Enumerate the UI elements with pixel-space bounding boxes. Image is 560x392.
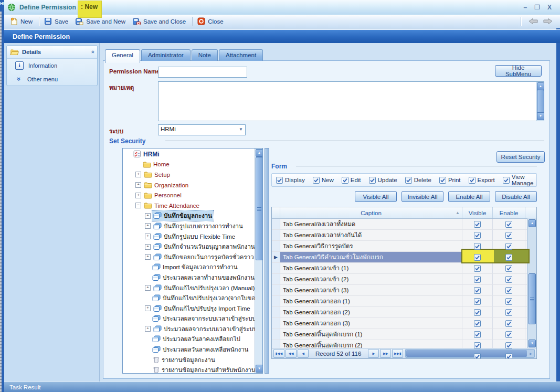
tree-item[interactable]: +Personnel xyxy=(123,190,254,200)
grid-column-enable[interactable]: Enable xyxy=(493,207,525,218)
grid-column-visible[interactable]: Visible xyxy=(462,207,493,218)
nav-next-button[interactable]: ▶ xyxy=(368,349,379,358)
tree-item[interactable]: −Time Attendance xyxy=(123,200,254,211)
nav-prev-button[interactable]: ◀ xyxy=(298,349,309,358)
tree-expander-plus[interactable]: + xyxy=(145,305,151,311)
checkbox-checked-icon[interactable] xyxy=(505,331,512,338)
maximize-button[interactable]: ❐ xyxy=(534,4,540,11)
checkbox-checked-icon[interactable] xyxy=(474,331,481,338)
scroll-right-icon[interactable]: ▶ xyxy=(528,350,534,357)
collapse-chevron-icon[interactable]: » xyxy=(89,50,96,54)
tree-expander-plus[interactable]: + xyxy=(145,223,151,229)
tree-item[interactable]: +บันทึกข้อมูลกะงาน xyxy=(123,211,254,221)
invisible-all-button[interactable]: Invisible All xyxy=(401,191,443,202)
nav-prev-page-button[interactable]: ◀◀ xyxy=(286,349,297,358)
table-row[interactable]: Tab General/เวลาเข้า (3) xyxy=(272,285,536,296)
tree-expander-plus[interactable]: + xyxy=(135,193,141,198)
tree-item[interactable]: +บันทึกแก้ไข/ปรับปรุง Import Time xyxy=(123,303,254,314)
checkbox-checked-icon[interactable] xyxy=(474,353,481,359)
tree-item[interactable]: รายงานข้อมูลกะงาน xyxy=(123,355,254,365)
tree-item[interactable]: +ประมวลผลจากระบบเวลาเข้าสู่ระบบเงิ... xyxy=(123,324,254,334)
table-row[interactable]: Tab General/สิ้นสุดพักเบรก (1) xyxy=(272,329,536,340)
disable-all-button[interactable]: Disable All xyxy=(495,191,537,202)
checkbox-checked-icon[interactable] xyxy=(369,177,376,184)
hide-submenu-button[interactable]: Hide SubMenu xyxy=(495,65,542,77)
table-row[interactable]: Tab General/เวลาออก (1) xyxy=(272,296,536,307)
nav-next-page-button[interactable]: ▶▶ xyxy=(380,349,391,358)
table-row[interactable]: Tab General/ลงเวลาทั้งหมด xyxy=(272,219,536,230)
splitter-handle[interactable] xyxy=(265,148,269,374)
permission-checkbox-view-manage[interactable]: View Manage xyxy=(503,174,536,186)
toolbar-save-button[interactable]: Save xyxy=(41,16,72,26)
checkbox-checked-icon[interactable] xyxy=(505,298,512,305)
permission-checkbox-export[interactable]: Export xyxy=(469,177,495,184)
tree-item[interactable]: ประมวลผลวันลาคงเหลือยกไป xyxy=(123,334,254,345)
tree-expander-plus[interactable]: + xyxy=(145,244,151,250)
table-row[interactable]: Tab General/เวลาเข้า (1) xyxy=(272,263,536,274)
dropdown-arrow-icon[interactable]: ▼ xyxy=(239,127,243,132)
checkbox-checked-icon[interactable] xyxy=(474,265,481,272)
checkbox-checked-icon[interactable] xyxy=(505,353,512,359)
checkbox-checked-icon[interactable] xyxy=(405,177,412,184)
tree-item[interactable]: +บันทึกแก้ไข/ปรับปรุงเวลา (Manual) xyxy=(123,283,254,293)
tree-item[interactable]: +บันทึกรูปแบบ Flexible Time xyxy=(123,231,254,242)
checkbox-checked-icon[interactable] xyxy=(474,243,481,250)
scroll-down-icon[interactable]: ▼ xyxy=(529,340,536,347)
table-row[interactable]: Tab General/เวลาออก (2) xyxy=(272,307,536,318)
checkbox-checked-icon[interactable] xyxy=(342,177,348,184)
tree-expander-plus[interactable]: + xyxy=(145,254,151,260)
scroll-down-icon[interactable]: ▼ xyxy=(256,365,263,373)
tree-item[interactable]: +บันทึกจำนวนวันอนุญาตลาพนักงาน xyxy=(123,241,254,252)
tree-expander-plus[interactable]: + xyxy=(135,172,141,177)
tree-item[interactable]: +บันทึกขอยกเว้นการรูดบัตรชั่วคราว xyxy=(123,252,254,262)
scroll-down-icon[interactable]: ▼ xyxy=(537,112,544,120)
nav-first-button[interactable]: ▮◀◀ xyxy=(273,349,284,358)
note-scrollbar[interactable]: ▲ ▼ xyxy=(536,82,544,121)
tree-expander-plus[interactable]: + xyxy=(145,234,151,239)
checkbox-checked-icon[interactable] xyxy=(276,177,283,184)
checkbox-checked-icon[interactable] xyxy=(474,287,481,294)
toolbar-save-and-close-button[interactable]: Save and Close xyxy=(130,16,190,26)
permission-name-input[interactable] xyxy=(158,67,247,78)
checkbox-checked-icon[interactable] xyxy=(469,177,476,184)
checkbox-checked-icon[interactable] xyxy=(505,265,512,272)
scroll-up-icon[interactable]: ▲ xyxy=(537,82,544,90)
table-row[interactable]: Tab General/เวลาออก (3) xyxy=(272,318,536,329)
permission-checkbox-delete[interactable]: Delete xyxy=(405,177,431,184)
tree-item[interactable]: ประมวลผลจากระบบเวลาเข้าสู่ระบบเงิ... xyxy=(123,314,254,324)
permission-checkbox-display[interactable]: Display xyxy=(276,177,305,184)
checkbox-checked-icon[interactable] xyxy=(474,221,481,228)
forward-arrow-icon[interactable] xyxy=(543,18,553,25)
tab-attachment[interactable]: Attachment xyxy=(219,49,263,61)
grid-column-caption[interactable]: Caption▲ xyxy=(280,207,462,218)
checkbox-checked-icon[interactable] xyxy=(474,342,481,349)
tab-general[interactable]: General xyxy=(105,49,140,63)
checkbox-checked-icon[interactable] xyxy=(505,232,512,239)
scroll-up-icon[interactable]: ▲ xyxy=(256,149,263,157)
minimize-button[interactable]: – xyxy=(524,4,527,11)
checkbox-checked-icon[interactable] xyxy=(503,177,510,184)
checkbox-checked-icon[interactable] xyxy=(474,298,481,305)
close-button[interactable]: X xyxy=(547,4,552,11)
tree-item[interactable]: ประมวลผลเวลาทำงานของพนักงาน xyxy=(123,272,254,283)
reset-security-button[interactable]: Reset Security xyxy=(496,151,545,163)
permission-checkbox-new[interactable]: New xyxy=(313,177,334,184)
grid-horizontal-scrollbar[interactable]: ◀ ▶ xyxy=(405,349,535,358)
sidebar-item-other-menu[interactable]: » Other menu xyxy=(7,72,97,86)
tree-expander-minus[interactable]: − xyxy=(135,203,141,208)
checkbox-checked-icon[interactable] xyxy=(505,320,512,327)
checkbox-checked-icon[interactable] xyxy=(474,320,481,327)
tree-item[interactable]: HRMi xyxy=(123,149,254,160)
checkbox-checked-icon[interactable] xyxy=(474,232,481,239)
toolbar-new-button[interactable]: New xyxy=(7,16,37,26)
table-row[interactable]: Tab General/เวลาเข้า (2) xyxy=(272,274,536,285)
permission-checkbox-edit[interactable]: Edit xyxy=(342,177,361,184)
tree-item[interactable]: Home xyxy=(123,160,254,170)
details-group-header[interactable]: Details » xyxy=(7,46,97,59)
checkbox-checked-icon[interactable] xyxy=(505,254,512,261)
tree-expander-plus[interactable]: + xyxy=(145,285,151,291)
checkbox-checked-icon[interactable] xyxy=(439,177,446,184)
note-textarea[interactable]: ▲ ▼ xyxy=(158,81,544,121)
tree-item[interactable]: +บันทึกรูปแบบตารางการทำงาน xyxy=(123,221,254,231)
system-combobox[interactable]: HRMi ▼ xyxy=(158,124,246,135)
